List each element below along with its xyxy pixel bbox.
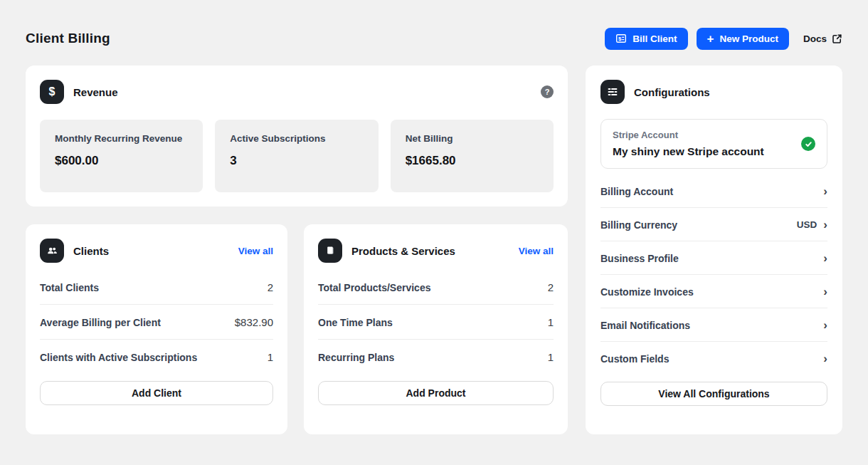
products-card: Products & Services View all Total Produ… [304, 224, 568, 434]
products-card-header: Products & Services View all [318, 239, 554, 263]
add-product-button[interactable]: Add Product [318, 381, 554, 405]
chevron-right-icon: › [823, 252, 827, 264]
metric-value: 2 [268, 281, 273, 293]
metric-label: Total Products/Services [318, 282, 430, 293]
add-client-button[interactable]: Add Client [40, 381, 273, 405]
config-item-billing-account[interactable]: Billing Account › [600, 174, 827, 208]
config-label: Billing Currency [600, 219, 677, 231]
chevron-right-icon: › [823, 319, 827, 331]
bill-client-button[interactable]: $ Bill Client [605, 28, 687, 50]
client-billing-page: Client Billing $ Bill Client + New Produ… [0, 0, 868, 434]
bottom-cards-row: Clients View all Total Clients 2 Average… [26, 224, 568, 434]
metric-row-total-products: Total Products/Services 2 [318, 270, 554, 305]
chevron-right-icon: › [823, 185, 827, 197]
new-product-button[interactable]: + New Product [697, 28, 789, 50]
metric-row-total-clients: Total Clients 2 [40, 270, 273, 305]
clients-view-all-link[interactable]: View all [238, 246, 273, 256]
config-item-custom-fields[interactable]: Custom Fields › [600, 342, 827, 375]
stat-monthly-recurring-revenue: Monthly Recurring Revenue $600.00 [40, 120, 203, 192]
stat-value: $1665.80 [406, 154, 539, 168]
stripe-account-label: Stripe Account [613, 130, 764, 140]
stat-active-subscriptions: Active Subscriptions 3 [215, 120, 378, 192]
config-label: Billing Account [600, 186, 673, 197]
stat-net-billing: Net Billing $1665.80 [391, 120, 554, 192]
sliders-icon [600, 80, 625, 104]
config-label: Customize Invoices [600, 286, 694, 298]
metric-value: 1 [268, 351, 273, 363]
svg-text:$: $ [618, 36, 622, 42]
configurations-card: Configurations Stripe Account My shiny n… [586, 66, 842, 434]
page-title: Client Billing [26, 31, 110, 46]
configurations-list: Billing Account › Billing Currency USD ›… [600, 174, 827, 375]
metric-label: Clients with Active Subscriptions [40, 352, 197, 363]
metric-row-one-time-plans: One Time Plans 1 [318, 305, 554, 340]
revenue-title: Revenue [73, 86, 118, 98]
revenue-card-header: $ Revenue ? [40, 80, 554, 104]
chevron-right-icon: › [823, 286, 827, 298]
clients-metric-list: Total Clients 2 Average Billing per Clie… [40, 270, 273, 374]
document-icon [318, 239, 342, 263]
stat-value: 3 [230, 154, 363, 168]
config-value: USD [797, 219, 817, 230]
left-column: $ Revenue ? Monthly Recurring Revenue $6… [26, 66, 568, 434]
config-item-email-notifications[interactable]: Email Notifications › [600, 308, 827, 342]
check-circle-icon [801, 137, 815, 151]
metric-value: 1 [548, 316, 554, 328]
view-all-configurations-button[interactable]: View All Configurations [600, 382, 827, 406]
config-item-customize-invoices[interactable]: Customize Invoices › [600, 275, 827, 308]
stripe-account-text: Stripe Account My shiny new Stripe accou… [613, 130, 764, 158]
config-label: Custom Fields [600, 353, 669, 365]
configurations-card-header: Configurations [600, 80, 827, 104]
metric-row-recurring-plans: Recurring Plans 1 [318, 340, 554, 374]
stripe-account-value: My shiny new Stripe account [613, 145, 764, 158]
stat-label: Net Billing [406, 133, 539, 144]
bill-client-label: Bill Client [633, 33, 677, 44]
plus-icon: + [707, 33, 714, 45]
config-label: Business Profile [600, 253, 679, 264]
main-content: $ Revenue ? Monthly Recurring Revenue $6… [26, 66, 842, 434]
invoice-icon: $ [615, 33, 627, 44]
stat-value: $600.00 [55, 154, 188, 168]
configurations-title: Configurations [634, 86, 710, 98]
config-label: Email Notifications [600, 320, 690, 331]
chevron-right-icon: › [823, 219, 827, 231]
clients-title: Clients [73, 245, 109, 257]
docs-link[interactable]: Docs [803, 33, 842, 44]
metric-row-average-billing: Average Billing per Client $832.90 [40, 305, 273, 340]
external-link-icon [832, 33, 842, 44]
products-title: Products & Services [351, 245, 455, 257]
metric-value: 2 [548, 281, 554, 293]
chevron-right-icon: › [823, 352, 827, 365]
revenue-card: $ Revenue ? Monthly Recurring Revenue $6… [26, 66, 568, 207]
topbar: Client Billing $ Bill Client + New Produ… [26, 27, 842, 50]
dollar-icon: $ [40, 80, 64, 104]
metric-label: Average Billing per Client [40, 317, 161, 328]
metric-value: $832.90 [235, 316, 273, 328]
products-metric-list: Total Products/Services 2 One Time Plans… [318, 270, 554, 374]
products-view-all-link[interactable]: View all [519, 246, 554, 256]
docs-label: Docs [803, 33, 827, 44]
metric-label: One Time Plans [318, 317, 393, 328]
metric-label: Recurring Plans [318, 352, 394, 363]
stripe-account-box[interactable]: Stripe Account My shiny new Stripe accou… [600, 119, 827, 169]
stat-label: Active Subscriptions [230, 133, 363, 144]
metric-row-active-subscription-clients: Clients with Active Subscriptions 1 [40, 340, 273, 374]
metric-value: 1 [548, 351, 554, 363]
clients-card-header: Clients View all [40, 239, 273, 263]
stat-label: Monthly Recurring Revenue [55, 133, 188, 144]
help-icon[interactable]: ? [541, 85, 554, 98]
config-item-business-profile[interactable]: Business Profile › [600, 241, 827, 275]
topbar-actions: $ Bill Client + New Product Docs [605, 28, 842, 50]
config-item-billing-currency[interactable]: Billing Currency USD › [600, 208, 827, 241]
users-icon [40, 239, 64, 263]
revenue-stats: Monthly Recurring Revenue $600.00 Active… [40, 120, 554, 192]
metric-label: Total Clients [40, 282, 99, 293]
clients-card: Clients View all Total Clients 2 Average… [26, 224, 287, 434]
new-product-label: New Product [719, 33, 778, 44]
